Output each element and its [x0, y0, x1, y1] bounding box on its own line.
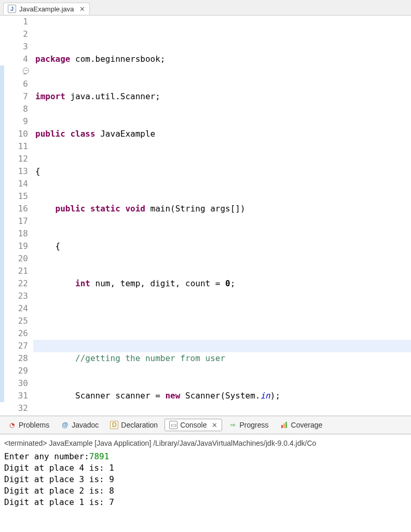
- code-line: [35, 315, 411, 327]
- editor-tab-label: JavaExample.java: [19, 5, 74, 13]
- close-icon[interactable]: ✕: [212, 421, 217, 429]
- svg-rect-0: [281, 425, 283, 428]
- fold-strip: [0, 16, 4, 416]
- tab-label: Console: [180, 421, 207, 429]
- code-line: public static void main(String args[]): [35, 203, 411, 215]
- console-user-input: 7891: [89, 451, 109, 461]
- tab-console[interactable]: ▭ Console ✕: [165, 419, 222, 431]
- tab-javadoc[interactable]: @ Javadoc: [56, 419, 103, 431]
- console-line: Digit at place 2 is: 8: [4, 485, 407, 497]
- tab-label: Javadoc: [72, 421, 99, 429]
- code-content[interactable]: package com.beginnersbook; import java.u…: [33, 16, 411, 416]
- tab-problems[interactable]: ◔ Problems: [3, 419, 54, 431]
- code-line: {: [35, 165, 411, 178]
- console-line: Digit at place 1 is: 7: [4, 497, 407, 508]
- coverage-icon: [280, 421, 289, 429]
- console-line: Digit at place 4 is: 1: [4, 462, 407, 474]
- problems-icon: ◔: [8, 421, 16, 429]
- code-line: import java.util.Scanner;: [35, 90, 411, 103]
- method-indicator-band: [0, 65, 4, 402]
- code-line: public class JavaExample: [35, 128, 411, 140]
- console-line: Enter any number:7891: [4, 451, 407, 462]
- code-editor[interactable]: 1 2 3 4 5− 6 7 8 9 10 11 12 13 14 15 16 …: [0, 16, 411, 416]
- code-line: int num, temp, digit, count = 0;: [35, 277, 411, 290]
- bottom-view-tabs: ◔ Problems @ Javadoc D Declaration ▭ Con…: [0, 416, 411, 434]
- tab-label: Problems: [19, 421, 49, 429]
- code-line: package com.beginnersbook;: [35, 53, 411, 65]
- svg-rect-2: [285, 422, 287, 428]
- editor-tab-bar: J JavaExample.java ✕: [0, 0, 411, 16]
- declaration-icon: D: [110, 421, 118, 429]
- tab-label: Progress: [240, 421, 269, 429]
- tab-progress[interactable]: ⇨ Progress: [224, 419, 273, 431]
- tab-label: Declaration: [121, 421, 158, 429]
- console-line: Digit at place 3 is: 9: [4, 474, 407, 485]
- javadoc-icon: @: [61, 421, 69, 429]
- svg-rect-1: [283, 423, 285, 428]
- fold-collapse-icon[interactable]: −: [23, 68, 29, 74]
- console-output[interactable]: <terminated> JavaExample [Java Applicati…: [0, 434, 411, 511]
- editor-tab[interactable]: J JavaExample.java ✕: [3, 3, 90, 15]
- tab-label: Coverage: [291, 421, 323, 429]
- code-line: Scanner scanner = new Scanner(System.in)…: [35, 390, 411, 402]
- progress-icon: ⇨: [229, 421, 237, 429]
- tab-coverage[interactable]: Coverage: [276, 419, 327, 431]
- console-process-header: <terminated> JavaExample [Java Applicati…: [4, 437, 407, 449]
- console-icon: ▭: [169, 421, 177, 429]
- current-line-highlight: [33, 340, 411, 352]
- code-line: {: [35, 240, 411, 252]
- java-file-icon: J: [8, 5, 16, 13]
- tab-declaration[interactable]: D Declaration: [105, 419, 162, 431]
- line-number-gutter: 1 2 3 4 5− 6 7 8 9 10 11 12 13 14 15 16 …: [4, 16, 33, 416]
- close-icon[interactable]: ✕: [79, 5, 85, 13]
- code-line: //getting the number from user: [35, 352, 411, 365]
